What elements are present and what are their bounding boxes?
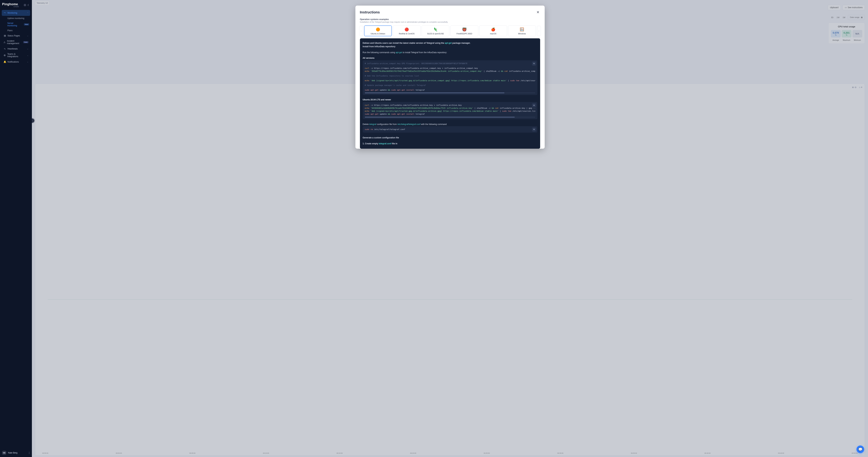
telegraf-link[interactable]: telegraf — [369, 123, 376, 125]
modal-title: Instructions — [360, 10, 380, 14]
telegraf-conf-link[interactable]: telegraf.conf — [379, 143, 391, 145]
nav-monitoring[interactable]: 〜 Monitoring ⌃ — [2, 10, 30, 16]
os-tabs: ‹ 🟠Ubuntu & Debian🔴RedHat & CentOS🦎SLES … — [355, 24, 545, 37]
chevron-down-icon: ⌄ — [27, 48, 28, 50]
user-menu-stepper[interactable]: ▲▼ — [29, 451, 30, 454]
os-tab-windows[interactable]: 🪟Windows — [508, 26, 536, 36]
pages-icon: ▤ — [3, 34, 6, 37]
modal-subtitle: Operation systems examples — [360, 18, 540, 21]
nav-teams[interactable]: ⚙ Teams & Integrations ⌄ — [2, 52, 30, 59]
nav-heartbeats[interactable]: ∿ Heartbeats ⌄ — [2, 46, 30, 52]
os-icon: 🍎 — [491, 27, 495, 32]
nav-uptime[interactable]: Uptime monitoring — [2, 16, 30, 21]
brand: Pinghome. console ☾ — [0, 0, 32, 10]
heartbeat-icon: ∿ — [3, 48, 6, 50]
beta-badge: beta — [23, 41, 28, 43]
code-all-versions: ⧉ # influxdata-archive_compat.key GPG Fi… — [363, 60, 537, 95]
nav-notifications[interactable]: 🔔 Notifications ⌄ — [2, 59, 30, 64]
os-next-button[interactable]: › — [537, 26, 541, 36]
light-icon[interactable] — [24, 4, 26, 6]
chevron-down-icon: ⌄ — [27, 35, 28, 37]
theme-toggle[interactable]: ☾ — [24, 4, 30, 6]
modal-overlay[interactable]: Instructions ✕ Operation systems example… — [32, 0, 868, 457]
all-versions-heading: All versions — [363, 57, 537, 59]
os-icon: 🪟 — [520, 27, 524, 32]
brand-sub: console — [2, 6, 19, 7]
avatar: NB — [2, 451, 6, 455]
config-path-link[interactable]: /etc/telegraf/telegraf.conf — [397, 123, 421, 125]
bell-icon: ⚠ — [3, 41, 6, 43]
os-tab-macos[interactable]: 🍎macOS — [479, 26, 507, 36]
user-footer[interactable]: NB Nate Berg ▲▼ — [0, 449, 32, 457]
code-delete: ⧉ sudo rm /etc/telegraf/telegraf.conf — [363, 126, 537, 133]
os-icon: 🦎 — [433, 27, 438, 32]
os-tab-freebsd-pc-bsd[interactable]: 👹FreeBSD/PC-BSD — [451, 26, 478, 36]
os-tab-sles-opensuse[interactable]: 🦎SLES & openSUSE — [422, 26, 450, 36]
os-tab-redhat-centos[interactable]: 🔴RedHat & CentOS — [393, 26, 421, 36]
user-name: Nate Berg — [8, 452, 18, 454]
nav-status-pages[interactable]: ▤ Status Pages ⌄ — [2, 33, 30, 38]
nav: 〜 Monitoring ⌃ Uptime monitoring Server … — [0, 10, 32, 449]
chat-icon: 💬 — [858, 447, 863, 451]
modal-subtext: Installation of the Telegraf package may… — [360, 21, 540, 23]
chat-button[interactable]: 💬 — [857, 446, 864, 453]
copy-button[interactable]: ⧉ — [532, 103, 536, 107]
nav-plans[interactable]: Plans — [2, 28, 30, 33]
instructions-modal: Instructions ✕ Operation systems example… — [355, 6, 545, 149]
chevron-down-icon: ⌄ — [27, 61, 28, 63]
nav-incident[interactable]: ⚠ Incident management beta — [2, 38, 30, 46]
os-tab-ubuntu-debian[interactable]: 🟠Ubuntu & Debian — [364, 26, 392, 36]
new-badge: New — [24, 23, 29, 26]
code-scrollbar[interactable] — [365, 117, 535, 118]
os-icon: 👹 — [462, 27, 466, 32]
sidebar: Pinghome. console ☾ 〜 Monitoring ⌃ Uptim… — [0, 0, 32, 457]
nav-server[interactable]: Server monitoring New — [2, 21, 30, 28]
modal-body: Debian and Ubuntu users can install the … — [360, 38, 540, 149]
chevron-down-icon: ⌄ — [27, 54, 28, 56]
dark-icon[interactable]: ☾ — [28, 4, 30, 6]
os-prev-button[interactable]: ‹ — [359, 26, 363, 36]
os-icon: 🔴 — [405, 27, 409, 32]
copy-button[interactable]: ⧉ — [532, 128, 536, 131]
code-scrollbar[interactable] — [365, 93, 535, 93]
ubuntu-20-heading: Ubuntu 20.04 LTS and newer — [363, 98, 537, 101]
os-icon: 🟠 — [376, 27, 380, 32]
copy-button[interactable]: ⧉ — [532, 62, 536, 65]
apt-get-link[interactable]: apt-get — [396, 51, 402, 54]
code-ubuntu-20: ⧉ curl -s https://repos.influxdata.com/i… — [363, 102, 537, 119]
apt-get-link[interactable]: apt-get — [445, 42, 452, 44]
chart-icon: 〜 — [3, 11, 6, 14]
close-button[interactable]: ✕ — [536, 9, 540, 15]
teams-icon: ⚙ — [3, 54, 6, 57]
chevron-up-icon: ⌃ — [27, 12, 28, 14]
brand-name: Pinghome — [2, 2, 18, 6]
notif-icon: 🔔 — [3, 60, 6, 63]
